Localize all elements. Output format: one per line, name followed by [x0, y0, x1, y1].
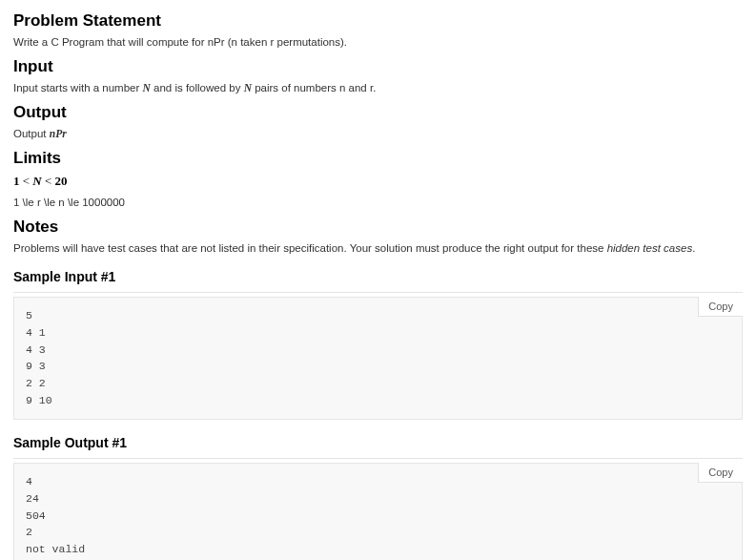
sample-output-code: 4 24 504 2 not valid: [13, 463, 743, 560]
heading-sample-input-1: Sample Input #1: [13, 269, 743, 284]
notes-suffix: .: [692, 242, 695, 254]
heading-problem-statement: Problem Statement: [13, 11, 743, 31]
divider: [13, 292, 743, 293]
sample-input-code: 5 4 1 4 3 9 3 2 2 9 10: [13, 297, 743, 420]
output-text-prefix: Output: [13, 128, 50, 139]
input-symbol-n: N: [143, 82, 151, 93]
heading-sample-output-1: Sample Output #1: [13, 435, 743, 450]
heading-output: Output: [13, 103, 743, 122]
copy-button[interactable]: Copy: [698, 463, 743, 483]
limits-n: N: [32, 174, 41, 188]
limits-line-2: 1 \le r \le n \le 1000000: [13, 197, 743, 208]
limits-line-1: 1 < N < 20: [13, 174, 743, 189]
limits-lt-1: <: [20, 174, 33, 188]
heading-limits: Limits: [13, 149, 743, 168]
input-text-suffix: pairs of numbers n and r.: [252, 82, 376, 93]
heading-notes: Notes: [13, 218, 743, 237]
output-formula-r: r: [62, 128, 66, 139]
problem-statement-text: Write a C Program that will compute for …: [13, 36, 743, 48]
input-text-prefix: Input starts with a number: [13, 82, 143, 93]
limits-lt-2: <: [42, 174, 55, 188]
copy-button[interactable]: Copy: [698, 297, 743, 317]
divider: [13, 458, 743, 459]
input-text-mid: and is followed by: [151, 82, 244, 93]
sample-output-block: Copy 4 24 504 2 not valid: [13, 463, 743, 560]
notes-text: Problems will have test cases that are n…: [13, 242, 743, 254]
notes-hidden-test-cases: hidden test cases: [607, 242, 693, 254]
limits-20: 20: [55, 174, 68, 188]
heading-input: Input: [13, 57, 743, 76]
notes-prefix: Problems will have test cases that are n…: [13, 242, 607, 254]
input-description: Input starts with a number N and is foll…: [13, 82, 743, 93]
input-symbol-n-2: N: [244, 82, 252, 93]
sample-input-block: Copy 5 4 1 4 3 9 3 2 2 9 10: [13, 297, 743, 420]
output-description: Output nPr: [13, 128, 743, 139]
